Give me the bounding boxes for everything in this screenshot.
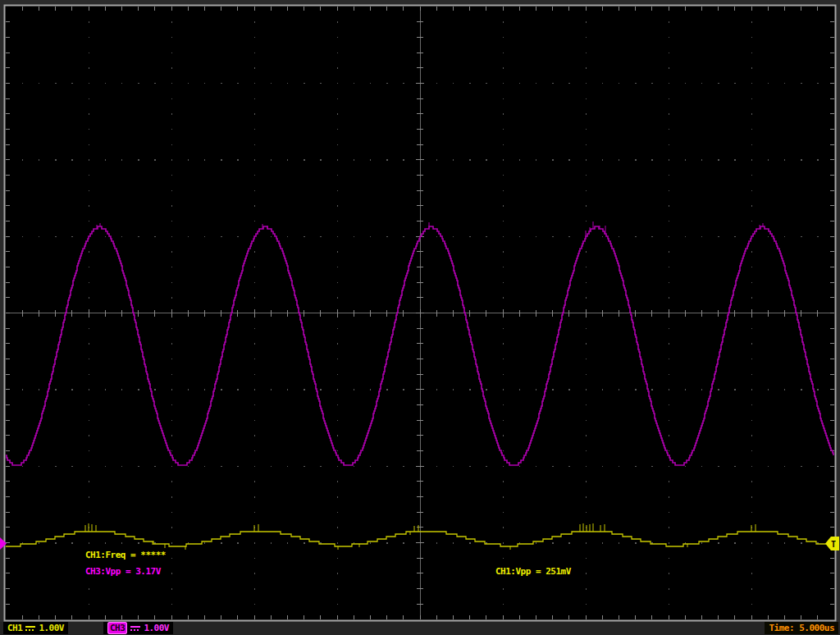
oscilloscope-screen: T CH1:Freq = ***** CH3:Vpp = 3.17V CH1:V… [0,0,840,635]
dc-coupling-icon [25,625,35,632]
ch3-scale-readout: CH3 1.00V [103,622,173,634]
trigger-marker-label: T [831,540,836,549]
ch3-selected-badge: CH3 [107,622,127,634]
timebase-readout: Time: 5.000us [765,622,838,634]
dc-coupling-icon [130,625,140,632]
measurement-ch1-freq: CH1:Freq = ***** [85,550,166,561]
ch1-scale-readout: CH1 1.00V [3,622,68,634]
measurement-ch3-vpp: CH3:Vpp = 3.17V [85,566,161,578]
ch3-scale-value: 1.00V [144,622,169,634]
ch1-label: CH1 [7,622,22,634]
measurement-ch1-vpp: CH1:Vpp = 251mV [495,566,571,578]
waveform-display: T [0,0,840,635]
status-bar: CH1 1.00V CH3 1.00V Time: 5.000us [0,622,840,635]
ch1-scale-value: 1.00V [39,622,64,634]
